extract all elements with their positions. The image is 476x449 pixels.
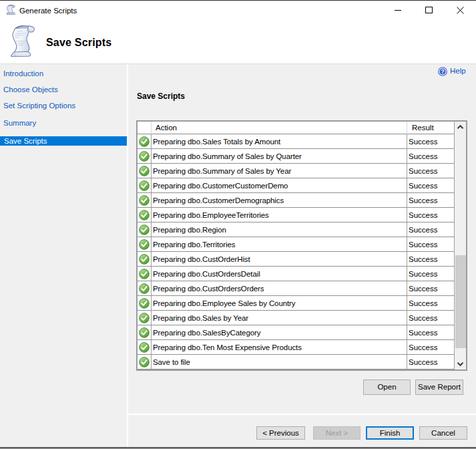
svg-text:?: ? <box>441 68 444 75</box>
